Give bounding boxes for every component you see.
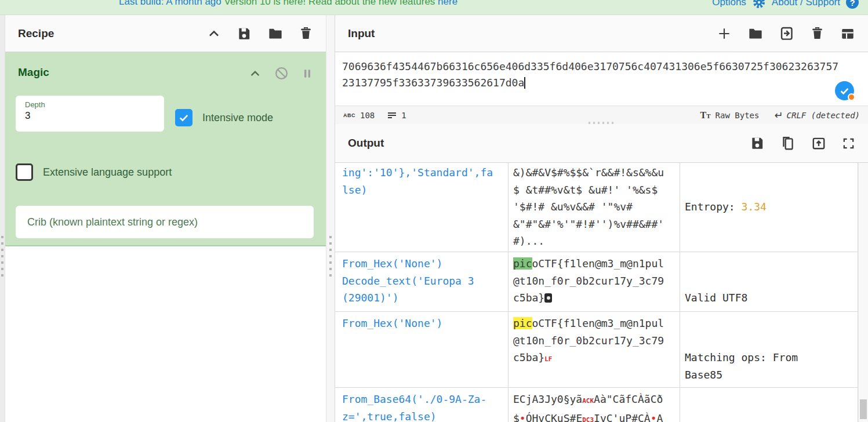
depth-field[interactable]: Depth [16,96,164,132]
result-recipe-link[interactable]: ing':'10'},'Standard',fa lse) [335,163,509,252]
banner-message: Last build: A month ago Version 10 is he… [119,0,457,8]
encoding-selector[interactable]: Raw Bytes [716,111,760,120]
result-properties: Matching ops: From Base85 Valid UTF8 Ent… [680,312,858,387]
add-tab-icon[interactable] [717,26,732,41]
null-control-glyph [544,293,552,303]
line-count: 1 [401,111,406,120]
disable-icon[interactable] [274,66,289,81]
control-char-dot: • [520,412,526,422]
options-button[interactable]: Options [712,0,746,8]
table-row: From_Base64('./0-9A-Za- z=',true,false) … [335,388,858,422]
recipe-panel: Recipe Magic [5,15,326,422]
open-file-icon[interactable] [779,26,794,41]
result-recipe-link[interactable]: From_Hex('None') Decode_text('Europa 3 (… [335,252,509,311]
open-folder-icon[interactable] [267,26,283,41]
crib-match-highlight: pic [513,317,532,329]
recipe-io-splitter[interactable] [326,15,335,422]
delete-icon[interactable] [299,26,313,41]
line-count-icon [387,111,397,120]
copy-icon[interactable] [780,136,796,151]
operations-recipe-splitter[interactable] [0,15,5,422]
maximize-icon[interactable] [842,137,855,150]
bake-status-icon[interactable] [835,81,854,100]
control-char-label: LF [544,355,552,363]
splitter-drag-handle[interactable] [329,236,332,279]
crib-input[interactable] [18,216,311,228]
extensive-language-label: Extensive language support [43,166,172,179]
control-char-dot: • [651,412,657,422]
pause-icon[interactable] [302,68,313,79]
crib-match-highlight: pic [513,257,532,270]
result-properties: Valid UTF8 Entropy: 4.80 [680,252,858,311]
recipe-title: Recipe [18,27,54,40]
io-panel: Input 7069636f4354467b66316c656e406d335f… [335,15,868,422]
extensive-language-checkbox[interactable] [16,163,33,181]
result-recipe-link[interactable]: From_Hex('None') [335,312,509,387]
input-textarea[interactable]: 7069636f4354467b66316c656e406d335f6d406e… [335,52,868,106]
intensive-mode-checkbox[interactable] [175,109,193,126]
magic-results-table: ing':'10'},'Standard',fa lse) &)&#&V$#%$… [335,163,858,422]
recipe-header: Recipe [5,15,326,52]
notification-dot-icon [848,93,855,101]
output-header: Output [335,124,868,163]
result-snippet: ECjA3Jy0§yãACKAà"CãfCÀãCð $•ÓHvCKuS#EDC3… [509,388,680,422]
intensive-mode-label: Intensive mode [202,112,273,124]
splitter-drag-handle[interactable] [1,236,3,279]
operation-title: Magic [18,66,49,79]
table-row: From_Hex('None') picoCTF{f1len@m3_m@n1pu… [335,312,858,388]
table-row: From_Hex('None') Decode_text('Europa 3 (… [335,252,858,312]
banner-here-link[interactable]: here [438,0,457,7]
last-build-link[interactable]: Last build: A month ago [119,0,221,7]
input-header: Input [335,15,868,52]
layout-icon[interactable] [840,26,855,41]
input-text: 7069636f4354467b66316c656e406d335f6d406e… [342,60,838,89]
control-char-label: ACK [582,397,594,405]
collapse-icon[interactable] [249,67,262,80]
text-encoding-icon: TT [700,110,711,121]
char-count-icon: ABC [343,112,355,118]
table-row: ing':'10'},'Standard',fa lse) &)&#&V$#%$… [335,163,858,252]
top-banner: Last build: A month ago Version 10 is he… [0,0,868,15]
open-in-tab-icon[interactable] [811,136,826,151]
text-caret [524,77,525,89]
result-snippet: &)&#&V$#%$$&`r&&#!&s&%&u $ &t##%v&t$ &u#… [509,163,680,252]
result-properties: Entropy: 3.34 [680,163,858,252]
control-char-label: DC3 [582,416,594,422]
about-support-button[interactable]: About / Support [772,0,840,8]
eol-arrow-icon: ↵ [774,109,783,121]
output-title: Output [348,137,384,150]
magic-operation[interactable]: Magic Depth Intensive mode Extensive lan… [5,52,326,246]
banner-version-message: Version 10 is here! Read about the new f… [224,0,435,7]
result-snippet: picoCTF{f1len@m3_m@n1pul @t10n_f0r_0b2cu… [509,312,680,387]
question-circle-icon[interactable] [846,0,859,9]
entropy-value: 3.34 [742,201,767,213]
save-icon[interactable] [750,136,765,151]
char-count: 108 [360,111,375,120]
result-recipe-link[interactable]: From_Base64('./0-9A-Za- z=',true,false) [335,388,509,422]
output-scrollbar[interactable] [858,163,868,422]
scrollbar-thumb[interactable] [860,399,867,419]
result-snippet: picoCTF{f1len@m3_m@n1pul @t10n_f0r_0b2cu… [509,252,680,311]
crib-field [16,206,314,238]
depth-input[interactable] [25,110,155,122]
collapse-icon[interactable] [207,27,221,41]
depth-label: Depth [25,100,155,109]
save-icon[interactable] [237,26,252,41]
result-properties: Matching ops: From Hexdump [680,388,858,422]
open-folder-icon[interactable] [747,26,763,41]
eol-selector[interactable]: CRLF (detected) [787,111,860,120]
delete-icon[interactable] [810,26,825,41]
gear-icon[interactable] [752,0,766,9]
input-title: Input [348,27,375,40]
